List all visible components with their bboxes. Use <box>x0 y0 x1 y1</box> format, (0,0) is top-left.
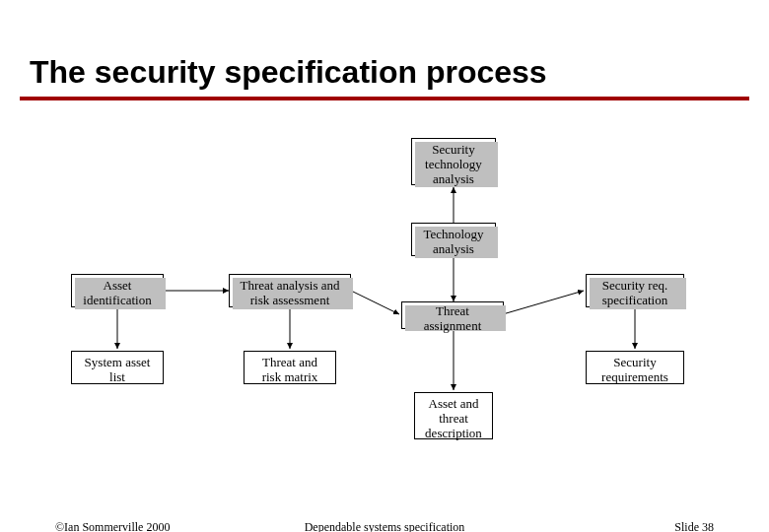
box-label: Threat analysis andrisk assessment <box>240 279 339 308</box>
box-threat-analysis-risk-assessment: Threat analysis andrisk assessment <box>229 274 351 307</box>
box-asset-identification: Assetidentification <box>71 274 164 307</box>
svg-line-2 <box>503 291 584 314</box>
box-label: Asset andthreatdescription <box>425 397 482 441</box>
title-underline <box>20 97 749 100</box>
box-threat-risk-matrix: Threat andrisk matrix <box>244 351 336 384</box>
box-asset-threat-description: Asset andthreatdescription <box>414 392 493 439</box>
box-label: Securityrequirements <box>601 356 668 385</box>
footer-slide-number: Slide 38 <box>674 520 714 532</box>
box-label: Security req.specification <box>602 279 667 308</box>
box-security-requirements: Securityrequirements <box>586 351 684 384</box>
box-threat-assignment: Threatassignment <box>401 301 504 329</box>
box-system-asset-list: System assetlist <box>71 351 164 384</box>
box-technology-analysis: Technologyanalysis <box>411 223 496 256</box>
slide: The security specification process Secur… <box>0 0 769 532</box>
box-security-technology-analysis: Securitytechnologyanalysis <box>411 138 496 185</box>
box-security-req-specification: Security req.specification <box>586 274 684 307</box>
box-label: Assetidentification <box>83 279 151 308</box>
box-label: Technologyanalysis <box>423 228 483 257</box>
box-label: System assetlist <box>85 356 151 385</box>
box-label: Threatassignment <box>424 304 482 334</box>
footer-subtitle: Dependable systems specification <box>0 520 769 532</box>
box-label: Threat andrisk matrix <box>262 356 318 385</box>
svg-line-1 <box>351 291 399 314</box>
slide-title: The security specification process <box>30 54 547 91</box>
box-label: Securitytechnologyanalysis <box>425 143 482 187</box>
